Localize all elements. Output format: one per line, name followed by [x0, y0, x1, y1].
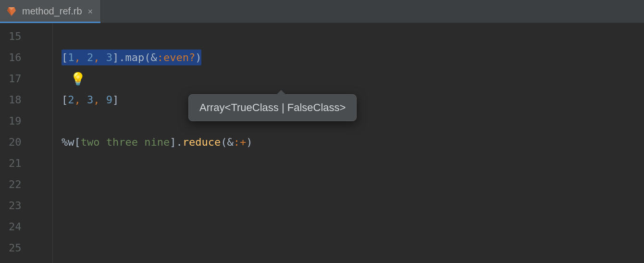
- tab-bar: method_ref.rb ×: [0, 0, 644, 23]
- tab-filename: method_ref.rb: [22, 6, 82, 17]
- ruby-file-icon: [6, 6, 17, 17]
- line-number[interactable]: 26: [0, 259, 52, 263]
- code-line-17[interactable]: 💡: [62, 68, 644, 89]
- line-number[interactable]: 20: [0, 132, 52, 153]
- line-number[interactable]: 22: [0, 174, 52, 195]
- line-number[interactable]: 19: [0, 111, 52, 132]
- line-number[interactable]: 24: [0, 216, 52, 238]
- selection-highlight: [1, 2, 3].map(&:even?): [62, 50, 201, 65]
- line-number-gutter: 151617181920212223242526: [0, 23, 53, 263]
- code-line-26[interactable]: [62, 259, 644, 263]
- code-line-15[interactable]: [62, 26, 644, 47]
- type-info-tooltip: Array<TrueClass | FalseClass>: [188, 94, 357, 121]
- code-content[interactable]: [1, 2, 3].map(&:even?) 💡 [2, 3, 9] %w[tw…: [53, 23, 644, 263]
- tooltip-text: Array<TrueClass | FalseClass>: [199, 101, 346, 113]
- line-number[interactable]: 17: [0, 68, 52, 89]
- close-tab-icon[interactable]: ×: [87, 6, 94, 17]
- line-number[interactable]: 21: [0, 153, 52, 174]
- code-line-20[interactable]: %w[two three nine].reduce(&:+): [62, 132, 644, 153]
- line-number[interactable]: 18: [0, 89, 52, 111]
- file-tab-method-ref[interactable]: method_ref.rb ×: [0, 0, 101, 23]
- line-number[interactable]: 15: [0, 26, 52, 47]
- code-line-24[interactable]: [62, 216, 644, 238]
- intention-bulb-icon[interactable]: 💡: [70, 68, 86, 89]
- code-line-21[interactable]: [62, 153, 644, 174]
- code-line-16[interactable]: [1, 2, 3].map(&:even?): [62, 47, 644, 68]
- line-number[interactable]: 25: [0, 238, 52, 259]
- code-line-22[interactable]: [62, 174, 644, 195]
- line-number[interactable]: 23: [0, 195, 52, 216]
- code-line-25[interactable]: [62, 238, 644, 259]
- line-number[interactable]: 16: [0, 47, 52, 68]
- code-line-23[interactable]: [62, 195, 644, 216]
- editor-area: 151617181920212223242526 [1, 2, 3].map(&…: [0, 23, 644, 263]
